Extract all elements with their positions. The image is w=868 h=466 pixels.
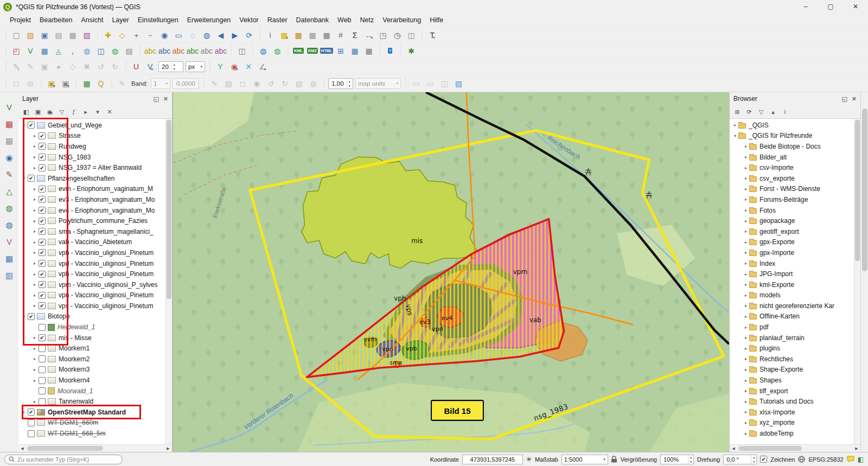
- kml-export-icon[interactable]: KML: [292, 44, 305, 58]
- expander-icon[interactable]: ▸: [31, 356, 38, 361]
- expander-icon[interactable]: ▸: [743, 314, 749, 319]
- expander-icon[interactable]: ▾: [21, 176, 27, 181]
- add-raster-layer-icon[interactable]: ▦: [38, 44, 51, 58]
- expander-icon[interactable]: ▸: [743, 272, 749, 277]
- layer-checkbox[interactable]: ✔: [39, 281, 46, 288]
- deselect-features-icon[interactable]: ▩: [306, 29, 319, 42]
- browser-item-geotiff-export[interactable]: ▸geotiff_export: [730, 226, 854, 237]
- filter-browser-icon[interactable]: ▽: [756, 106, 767, 117]
- zoom-native-icon[interactable]: ◉: [158, 29, 171, 42]
- scroll-thumb[interactable]: [27, 446, 103, 451]
- expander-icon[interactable]: ▸: [31, 335, 38, 340]
- layer-item-mis-misse[interactable]: ▸✔mis - Misse: [18, 333, 165, 343]
- layer-item-vph-vaccinio-uliginosi-pinetum[interactable]: ▸✔vph - Vaccinio_uliginosi_Pinetum: [18, 269, 165, 279]
- expander-icon[interactable]: ▸: [743, 219, 749, 224]
- metasearch-icon[interactable]: ◍: [257, 44, 270, 58]
- expander-icon[interactable]: ▸: [31, 261, 38, 266]
- refresh-browser-icon[interactable]: ⟳: [744, 106, 755, 117]
- layer-checkbox[interactable]: ✔: [39, 154, 46, 161]
- add-feature-icon[interactable]: ●: [52, 60, 65, 73]
- label-pin-icon[interactable]: abc: [158, 44, 171, 58]
- identify-features-icon[interactable]: i: [264, 29, 277, 42]
- toggle-editing-icon[interactable]: ✎: [24, 60, 37, 73]
- layer-item-pflanzengesellschaften[interactable]: ▾✔Pflanzengesellschaften: [18, 173, 165, 184]
- profile-tool-2-icon[interactable]: ▭: [424, 77, 437, 90]
- window-scrollbar[interactable]: [860, 92, 868, 452]
- add-group-icon[interactable]: ▣: [33, 106, 43, 117]
- raster-fill-icon[interactable]: ▨: [222, 77, 235, 90]
- project-open-icon[interactable]: ▨: [24, 29, 37, 42]
- scroll-left-icon[interactable]: ◀: [18, 446, 26, 451]
- menu-layer[interactable]: Layer: [107, 15, 133, 25]
- layout-manager-icon[interactable]: ▦: [66, 29, 79, 42]
- kmz-export-icon[interactable]: KMZ: [306, 44, 319, 58]
- scroll-thumb[interactable]: [167, 120, 171, 299]
- band-value[interactable]: 0,0000: [173, 78, 199, 89]
- label-rotate-icon[interactable]: abc: [200, 44, 213, 58]
- layer-checkbox[interactable]: ✔: [28, 313, 35, 320]
- menu-verarbeitung[interactable]: Verarbeitung: [378, 15, 425, 25]
- menu-netz[interactable]: Netz: [356, 15, 379, 25]
- globe-vector-tool-icon[interactable]: ◍: [2, 201, 16, 215]
- profile-tool-3-icon[interactable]: ◫: [438, 77, 451, 90]
- zoom-full-icon[interactable]: ▭: [172, 29, 185, 42]
- table-blue-tool-icon[interactable]: ▥: [2, 268, 16, 282]
- table-tools-icon[interactable]: ▦: [362, 44, 375, 58]
- profile-tool-4-icon[interactable]: ▨: [452, 77, 465, 90]
- expander-icon[interactable]: ▸: [31, 272, 38, 277]
- scroll-left-icon[interactable]: ◀: [730, 446, 737, 451]
- map-canvas-container[interactable]: mis vph vps evm vpn vpb sma ev3 ev4 vpd …: [173, 92, 729, 452]
- save-edits-icon[interactable]: ▣: [38, 60, 51, 73]
- browser-item-models[interactable]: ▸models: [730, 290, 854, 301]
- project-new-icon[interactable]: ▢: [10, 29, 23, 42]
- expand-all-icon[interactable]: ▸: [80, 106, 91, 117]
- layer-checkbox[interactable]: [39, 398, 46, 405]
- raster-undo-icon[interactable]: ↺: [264, 77, 277, 90]
- undo-icon[interactable]: ↺: [94, 60, 107, 73]
- georeferencer-icon[interactable]: ▦: [80, 77, 93, 90]
- snapping-toggle-icon[interactable]: U: [130, 60, 143, 73]
- polygon-tool-icon[interactable]: △: [2, 184, 16, 198]
- expander-icon[interactable]: ▸: [743, 187, 749, 191]
- browser-item-fotos[interactable]: ▸Fotos: [730, 205, 854, 216]
- expander-icon[interactable]: ▸: [743, 356, 749, 361]
- snapping-mode-icon[interactable]: V▾: [144, 60, 157, 73]
- browser-item-tiff-export[interactable]: ▸tiff_export: [730, 386, 854, 397]
- expander-icon[interactable]: ▸: [31, 197, 38, 202]
- expander-icon[interactable]: ▸: [743, 176, 749, 181]
- browser-item-plugins[interactable]: ▸plugins: [730, 343, 854, 354]
- add-vector-layer-icon[interactable]: V: [24, 44, 37, 58]
- layer-vertical-scrollbar[interactable]: [165, 119, 172, 444]
- browser-item-index[interactable]: ▸Index: [730, 258, 854, 269]
- plugin-tool-icon[interactable]: ✱: [405, 44, 418, 58]
- browser-item-xyz-importe[interactable]: ▸xyz_importe: [730, 418, 854, 429]
- expander-icon[interactable]: ▸: [21, 410, 27, 414]
- expander-icon[interactable]: ▸: [31, 399, 38, 404]
- layer-checkbox[interactable]: [39, 324, 46, 331]
- expander-icon[interactable]: ▸: [743, 378, 749, 383]
- menu-projekt[interactable]: Projekt: [5, 15, 35, 25]
- extent-marker-icon[interactable]: ✳: [526, 456, 532, 463]
- close-panel-icon[interactable]: ✕: [163, 95, 168, 103]
- browser-item-forst-wms-dienste[interactable]: ▸Forst - WMS-Dienste: [730, 184, 854, 195]
- browser-item-csv-importe[interactable]: ▸csv-Importe: [730, 162, 854, 173]
- open-attribute-table-icon[interactable]: ▦: [320, 29, 333, 42]
- line-width[interactable]: 1,00▴▾: [328, 78, 353, 89]
- layer-checkbox[interactable]: ✔: [39, 292, 46, 299]
- add-xyz-layer-icon[interactable]: ▤: [123, 44, 136, 58]
- layer-item-ev4-eriophorum-vaginatum-mo[interactable]: ▸✔ev4 - Eriophorum_vaginatum_Mo: [18, 205, 165, 216]
- zoom-to-layer-icon[interactable]: ◍: [200, 29, 213, 42]
- expander-icon[interactable]: ▸: [31, 346, 38, 351]
- lock-icon[interactable]: [611, 456, 617, 463]
- expander-icon[interactable]: ▸: [31, 240, 38, 245]
- expander-icon[interactable]: ▸: [31, 303, 38, 308]
- layer-checkbox[interactable]: ✔: [39, 164, 46, 171]
- collapse-all-browser-icon[interactable]: ▴: [768, 106, 778, 117]
- project-save-icon[interactable]: ▣: [38, 29, 51, 42]
- layer-checkbox[interactable]: ✔: [39, 271, 46, 278]
- expander-icon[interactable]: ▸: [31, 219, 38, 224]
- raster-erase-icon[interactable]: ◻: [236, 77, 249, 90]
- redo-icon[interactable]: ↻: [108, 60, 122, 73]
- layer-checkbox[interactable]: ✔: [39, 302, 46, 309]
- tile-tools-icon[interactable]: ⊞: [334, 44, 347, 58]
